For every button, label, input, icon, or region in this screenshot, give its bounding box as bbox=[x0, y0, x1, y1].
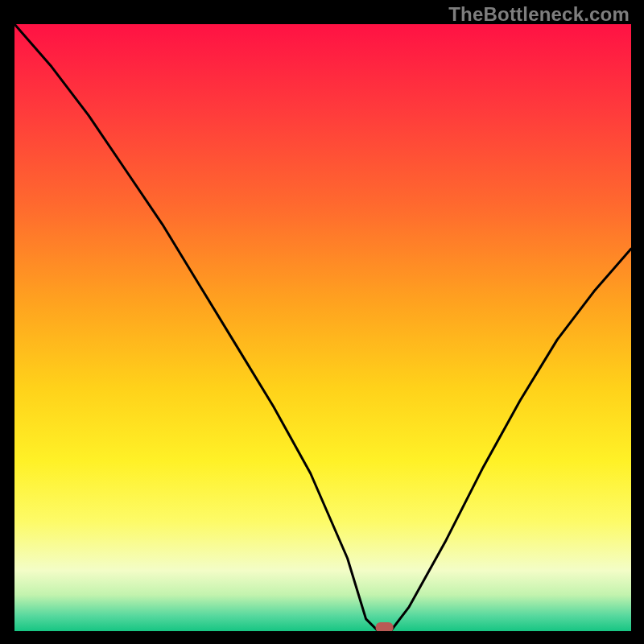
optimal-marker bbox=[376, 622, 394, 631]
plot-area bbox=[14, 24, 631, 631]
chart-container: TheBottleneck.com bbox=[0, 0, 644, 644]
watermark-label: TheBottleneck.com bbox=[448, 3, 630, 26]
plot-svg bbox=[14, 24, 631, 631]
gradient-background bbox=[14, 24, 631, 631]
